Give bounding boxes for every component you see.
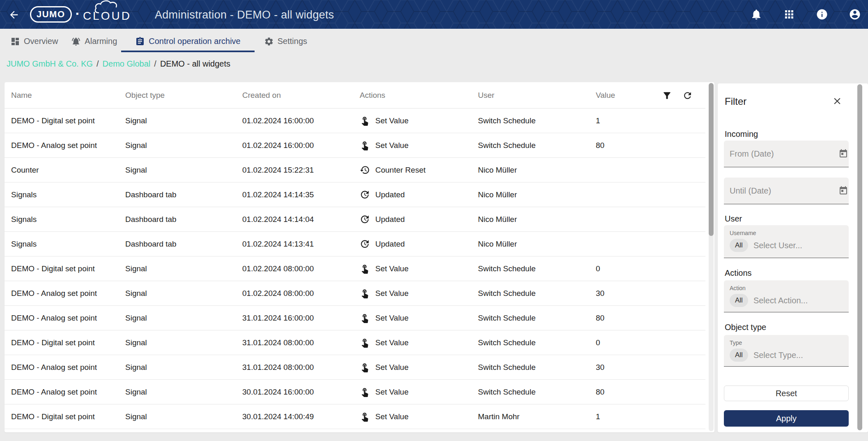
- section-label-actions: Actions: [725, 268, 752, 278]
- calendar-icon[interactable]: [838, 149, 848, 159]
- update-action-icon: [360, 189, 370, 200]
- cell-object-type: Signal: [125, 412, 242, 421]
- action-label: Set Value: [375, 412, 409, 421]
- cell-created-on: 01.02.2024 08:00:00: [242, 289, 360, 298]
- cell-name: DEMO - Analog set point: [11, 388, 125, 397]
- apps-grid-icon[interactable]: [783, 8, 795, 21]
- select-type-input[interactable]: [753, 351, 843, 360]
- tab-control-operation-archive[interactable]: Control operation archive: [121, 29, 254, 54]
- action-label: Set Value: [375, 289, 409, 298]
- touch-action-icon: [360, 140, 370, 150]
- table-scrollbar[interactable]: [709, 83, 714, 431]
- breadcrumb-link-demo-global[interactable]: Demo Global: [103, 59, 151, 69]
- table-row: DEMO - Analog set point Signal 31.01.202…: [5, 355, 705, 380]
- apply-button[interactable]: Apply: [724, 410, 849, 427]
- select-action-input[interactable]: [753, 296, 843, 305]
- cell-user: Switch Schedule: [478, 141, 596, 150]
- cell-user: Nico Müller: [478, 166, 596, 175]
- tab-label: Overview: [24, 37, 58, 46]
- column-header-name: Name: [11, 91, 125, 100]
- cell-user: Martin Mohr: [478, 412, 596, 421]
- cell-name: DEMO - Analog set point: [11, 363, 125, 372]
- select-user-input[interactable]: [753, 241, 843, 250]
- tab-settings[interactable]: Settings: [264, 29, 307, 54]
- section-label-incoming: Incoming: [725, 129, 758, 139]
- table-scrollbar-thumb[interactable]: [709, 83, 714, 236]
- cell-value: 0: [596, 338, 705, 347]
- breadcrumb-link-company[interactable]: JUMO GmbH & Co. KG: [7, 59, 93, 69]
- all-chip[interactable]: All: [730, 349, 748, 362]
- until-date-field[interactable]: [724, 178, 849, 204]
- cell-name: DEMO - Digital set point: [11, 338, 125, 347]
- back-icon[interactable]: [8, 9, 20, 21]
- cell-action: Set Value: [360, 387, 478, 397]
- jumo-cloud-logo: JUMO · CLOUD: [30, 0, 131, 29]
- filter-panel: Filter Incoming User Username All Action…: [718, 83, 868, 432]
- cell-value: 30: [596, 289, 705, 298]
- breadcrumb: JUMO GmbH & Co. KG / Demo Global / DEMO …: [7, 54, 230, 74]
- refresh-icon[interactable]: [682, 90, 693, 101]
- tab-label: Alarming: [85, 37, 117, 46]
- gear-icon: [264, 37, 274, 46]
- all-chip[interactable]: All: [730, 294, 748, 307]
- cell-object-type: Signal: [125, 363, 242, 372]
- info-icon[interactable]: [816, 8, 828, 21]
- breadcrumb-separator: /: [154, 59, 156, 69]
- from-date-field[interactable]: [724, 141, 849, 167]
- column-header-object-type: Object type: [125, 91, 242, 100]
- cell-user: Switch Schedule: [478, 314, 596, 323]
- cell-name: Signals: [11, 215, 125, 224]
- cell-created-on: 31.01.2024 16:00:00: [242, 314, 360, 323]
- close-icon[interactable]: [832, 96, 843, 106]
- table-row: DEMO - Digital set point Signal 31.01.20…: [5, 330, 705, 355]
- until-date-input[interactable]: [730, 186, 838, 196]
- from-date-input[interactable]: [730, 149, 838, 159]
- tab-alarming[interactable]: Alarming: [71, 29, 117, 54]
- cell-action: Updated: [360, 214, 478, 224]
- cell-value: 80: [596, 388, 705, 397]
- action-label: Set Value: [375, 363, 409, 372]
- cell-name: DEMO - Digital set point: [11, 412, 125, 421]
- table-tools: [662, 90, 693, 101]
- tab-overview[interactable]: Overview: [10, 29, 58, 54]
- notifications-icon[interactable]: [750, 8, 762, 21]
- table-row: Counter Signal 01.02.2024 15:22:31 Count…: [5, 158, 705, 182]
- table-row: DEMO - Analog set point Signal 30.01.202…: [5, 380, 705, 404]
- tab-bar: Overview Alarming Control operation arch…: [0, 29, 868, 54]
- panel-scrollbar-thumb[interactable]: [857, 84, 862, 430]
- cell-user: Switch Schedule: [478, 264, 596, 273]
- username-field[interactable]: Username All: [724, 225, 849, 258]
- cell-action: Counter Reset: [360, 165, 478, 175]
- all-chip[interactable]: All: [730, 239, 748, 252]
- calendar-icon[interactable]: [838, 186, 848, 196]
- action-label: Updated: [375, 240, 405, 249]
- archive-table-card: Name Object type Created on Actions User…: [5, 82, 714, 432]
- table-row: Signals Dashboard tab 01.02.2024 14:13:4…: [5, 232, 705, 256]
- cell-value: 1: [596, 116, 705, 125]
- table-row: DEMO - Analog set point Signal 31.01.202…: [5, 306, 705, 330]
- touch-action-icon: [360, 313, 370, 323]
- cell-object-type: Signal: [125, 166, 242, 175]
- account-icon[interactable]: [849, 8, 861, 21]
- cell-user: Nico Müller: [478, 215, 596, 224]
- column-header-created-on: Created on: [242, 91, 360, 100]
- cell-object-type: Signal: [125, 116, 242, 125]
- filter-funnel-icon[interactable]: [662, 90, 672, 101]
- cell-action: Set Value: [360, 337, 478, 348]
- cloud-icon: [94, 0, 131, 14]
- touch-action-icon: [360, 263, 370, 274]
- cell-action: Set Value: [360, 263, 478, 274]
- type-field[interactable]: Type All: [724, 335, 849, 367]
- reset-button[interactable]: Reset: [724, 386, 849, 401]
- table-row: DEMO - Digital set point Signal 30.01.20…: [5, 404, 705, 429]
- cell-name: DEMO - Digital set point: [11, 264, 125, 273]
- action-field[interactable]: Action All: [724, 280, 849, 312]
- cell-value: 1: [596, 412, 705, 421]
- cell-name: DEMO - Analog set point: [11, 314, 125, 323]
- cloud-wordmark: CLOUD: [83, 9, 131, 23]
- table-row: DEMO - Analog set point Signal 01.02.202…: [5, 133, 705, 158]
- field-label-username: Username: [730, 230, 843, 236]
- cell-action: Set Value: [360, 362, 478, 372]
- cell-name: DEMO - Analog set point: [11, 289, 125, 298]
- filter-title: Filter: [725, 96, 746, 107]
